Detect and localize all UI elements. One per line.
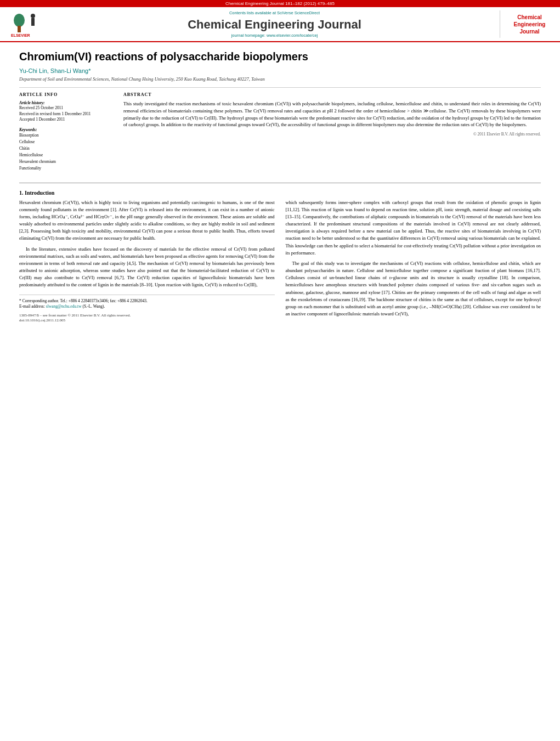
footnote-section: * Corresponding author. Tel.: +886 4 228…: [19, 295, 275, 324]
abstract-title: ABSTRACT: [123, 92, 541, 97]
svg-text:ELSEVIER: ELSEVIER: [11, 33, 30, 37]
history-label: Article history:: [19, 100, 112, 105]
journal-center: Contents lists available at SciVerse Sci…: [49, 10, 500, 38]
keyword-3: Chitin: [19, 145, 112, 152]
svg-rect-2: [18, 26, 21, 32]
body-two-col: Hexavalent chromium (Cr(VI)), which is h…: [19, 199, 541, 324]
article-affiliation: Department of Soil and Environmental Sci…: [19, 76, 541, 82]
article-info-abstract: ARTICLE INFO Article history: Received 2…: [19, 92, 541, 176]
section-divider: [19, 183, 541, 183]
intro-para-3: which subsequently forms inner-sphere co…: [286, 199, 541, 257]
intro-para-1: Hexavalent chromium (Cr(VI)), which is h…: [19, 199, 275, 242]
elsevier-logo-icon: ELSEVIER: [8, 10, 47, 38]
keywords-list: Biosorption Cellulose Chitin Hemicellulo…: [19, 132, 112, 172]
elsevier-logo-area: ELSEVIER: [5, 10, 49, 38]
received-revised-date: Received in revised form 1 December 2011: [19, 111, 112, 117]
journal-title: Chemical Engineering Journal: [55, 18, 494, 32]
svg-point-1: [14, 14, 25, 27]
footnote-email: E-mail address: slwang@nchu.edu.tw (S.-L…: [19, 304, 275, 310]
intro-para-2: In the literature, extensive studies hav…: [19, 246, 275, 289]
svg-rect-4: [31, 18, 35, 26]
divider-1: [19, 87, 541, 88]
journal-header: Chemical Engineering Journal 181–182 (20…: [0, 0, 560, 42]
keyword-1: Biosorption: [19, 132, 112, 139]
journal-meta: ELSEVIER Contents lists available at Sci…: [0, 7, 560, 42]
received-date: Received 25 October 2011: [19, 105, 112, 111]
article-info: ARTICLE INFO Article history: Received 2…: [19, 92, 112, 176]
intro-para-4: The goal of this study was to investigat…: [286, 260, 541, 318]
keywords-label: Keywords:: [19, 127, 112, 132]
history-section: Article history: Received 25 October 201…: [19, 100, 112, 123]
body-col-right: which subsequently forms inner-sphere co…: [286, 199, 541, 324]
sciverse-link: Contents lists available at SciVerse Sci…: [55, 10, 494, 15]
keyword-6: Functionality: [19, 165, 112, 172]
keyword-4: Hemicellulose: [19, 152, 112, 159]
journal-logo-right: Chemical Engineering Journal: [500, 10, 555, 38]
article-title: Chromium(VI) reactions of polysaccharide…: [19, 50, 541, 63]
footnote-star: * Corresponding author. Tel.: +886 4 228…: [19, 298, 275, 304]
keywords-section: Keywords: Biosorption Cellulose Chitin H…: [19, 127, 112, 172]
copyright: © 2011 Elsevier B.V. All rights reserved…: [123, 132, 541, 137]
abstract-text: This study investigated the reaction mec…: [123, 100, 541, 128]
keyword-2: Cellulose: [19, 139, 112, 145]
body-col-left: Hexavalent chromium (Cr(VI)), which is h…: [19, 199, 275, 324]
article-authors: Yu-Chi Lin, Shan-Li Wang*: [19, 67, 541, 74]
article-body: Chromium(VI) reactions of polysaccharide…: [0, 42, 560, 332]
journal-volume-info: Chemical Engineering Journal 181–182 (20…: [225, 1, 335, 6]
abstract-section: ABSTRACT This study investigated the rea…: [123, 92, 541, 176]
article-info-title: ARTICLE INFO: [19, 92, 112, 97]
keyword-5: Hexavalent chromium: [19, 159, 112, 165]
journal-homepage: journal homepage: www.elsevier.com/locat…: [55, 33, 494, 38]
accepted-date: Accepted 1 December 2011: [19, 117, 112, 123]
section-1-heading: 1. Introduction: [19, 190, 541, 196]
svg-point-3: [31, 14, 35, 18]
journal-top-bar: Chemical Engineering Journal 181–182 (20…: [0, 0, 560, 7]
issn-line: 1385-8947/$ – see front matter © 2011 El…: [19, 313, 275, 324]
